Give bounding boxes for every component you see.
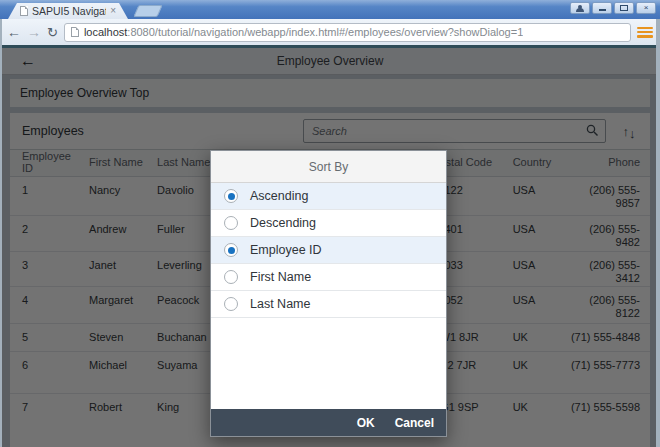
dialog-body-filler xyxy=(211,318,446,409)
page-document-icon xyxy=(71,27,79,37)
window-frame-left xyxy=(0,19,2,447)
close-window-button[interactable]: × xyxy=(636,2,656,14)
url-host: localhost xyxy=(84,26,127,38)
radio-icon[interactable] xyxy=(224,270,238,284)
sort-option-first-name[interactable]: First Name xyxy=(211,264,446,291)
radio-icon[interactable] xyxy=(224,297,238,311)
sort-option-descending[interactable]: Descending xyxy=(211,210,446,237)
radio-icon[interactable] xyxy=(224,243,238,257)
ok-button[interactable]: OK xyxy=(357,416,375,430)
back-button[interactable]: ← xyxy=(7,25,21,39)
browser-tab[interactable]: SAPUI5 Navigation × xyxy=(8,3,128,19)
new-tab-button[interactable] xyxy=(133,5,162,17)
window-frame-right xyxy=(656,19,660,447)
tab-close-icon[interactable]: × xyxy=(110,6,116,16)
maximize-icon xyxy=(620,5,628,11)
cancel-button[interactable]: Cancel xyxy=(395,416,434,430)
refresh-button[interactable]: ↻ xyxy=(47,26,58,39)
browser-menu-icon[interactable] xyxy=(637,26,653,39)
forward-button[interactable]: → xyxy=(27,25,41,39)
url-text: localhost:8080/tutorial/navigation/webap… xyxy=(84,26,523,38)
favicon-document-icon xyxy=(20,6,28,16)
sort-option-employee-id[interactable]: Employee ID xyxy=(211,237,446,264)
browser-window: SAPUI5 Navigation × × ← → ↻ localh xyxy=(0,0,660,447)
sort-option-ascending[interactable]: Ascending xyxy=(211,183,446,210)
browser-toolbar: ← → ↻ localhost:8080/tutorial/navigation… xyxy=(0,19,660,45)
tab-title: SAPUI5 Navigation xyxy=(32,5,106,17)
radio-icon[interactable] xyxy=(224,216,238,230)
profile-button[interactable] xyxy=(570,2,590,14)
radio-icon[interactable] xyxy=(224,189,238,203)
window-controls: × xyxy=(570,2,656,14)
close-icon: × xyxy=(644,4,649,12)
url-path: :8080/tutorial/navigation/webapp/index.h… xyxy=(127,26,523,38)
browser-titlebar: SAPUI5 Navigation × × xyxy=(0,0,660,19)
dialog-footer: OK Cancel xyxy=(211,409,446,436)
sort-dialog: Sort By Ascending Descending Employee ID… xyxy=(210,150,447,437)
minimize-button[interactable] xyxy=(592,2,612,14)
url-bar[interactable]: localhost:8080/tutorial/navigation/webap… xyxy=(64,23,631,42)
minimize-icon xyxy=(599,9,606,11)
maximize-button[interactable] xyxy=(614,2,634,14)
dialog-title: Sort By xyxy=(211,151,446,183)
sort-option-last-name[interactable]: Last Name xyxy=(211,291,446,318)
